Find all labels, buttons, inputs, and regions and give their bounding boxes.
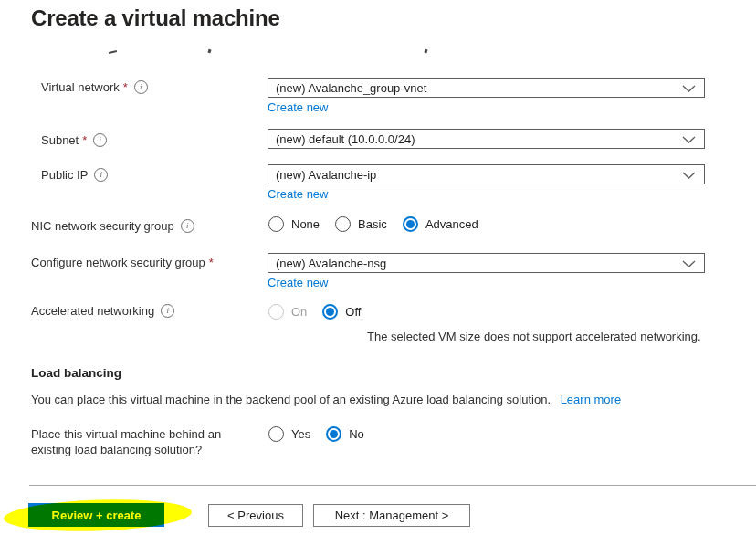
radio-basic-label[interactable]: Basic bbox=[358, 217, 387, 231]
radio-on bbox=[268, 304, 284, 320]
page-title: Create a virtual machine bbox=[31, 5, 280, 31]
subnet-value: (new) default (10.0.0.0/24) bbox=[276, 132, 415, 146]
nic-nsg-radio-group: None Basic Advanced bbox=[268, 216, 494, 232]
public-ip-value: (new) Avalanche-ip bbox=[276, 168, 376, 182]
configure-nsg-value: (new) Avalanche-nsg bbox=[276, 257, 386, 270]
subnet-dropdown[interactable]: (new) default (10.0.0.0/24) bbox=[268, 129, 705, 149]
create-vm-page: Create a virtual machine Virtual network… bbox=[0, 0, 756, 535]
public-ip-label: Public IP bbox=[41, 168, 108, 182]
radio-none-label[interactable]: None bbox=[291, 217, 320, 231]
radio-off-label[interactable]: Off bbox=[345, 305, 361, 319]
radio-off[interactable] bbox=[322, 304, 338, 320]
accelerated-networking-radio-group: On Off bbox=[268, 304, 376, 320]
load-balancing-heading: Load balancing bbox=[31, 366, 121, 380]
nic-nsg-label: NIC network security group bbox=[31, 219, 194, 233]
radio-no-label[interactable]: No bbox=[349, 427, 364, 441]
public-ip-dropdown[interactable]: (new) Avalanche-ip bbox=[268, 164, 705, 184]
required-asterisk: * bbox=[82, 133, 87, 147]
learn-more-link[interactable]: Learn more bbox=[561, 393, 621, 406]
next-management-button[interactable]: Next : Management > bbox=[313, 504, 470, 527]
public-ip-create-new-link[interactable]: Create new bbox=[268, 187, 328, 201]
radio-advanced-label[interactable]: Advanced bbox=[425, 217, 478, 231]
info-icon[interactable] bbox=[94, 168, 108, 182]
clipped-text-fragment bbox=[207, 49, 211, 54]
previous-button[interactable]: < Previous bbox=[208, 504, 303, 527]
configure-nsg-label: Configure network security group * bbox=[31, 256, 214, 269]
clipped-text-fragment bbox=[109, 50, 117, 54]
footer-divider bbox=[29, 485, 756, 486]
load-balancing-question: Place this virtual machine behind an exi… bbox=[31, 426, 221, 457]
info-icon[interactable] bbox=[161, 304, 174, 318]
virtual-network-create-new-link[interactable]: Create new bbox=[268, 100, 328, 114]
radio-advanced[interactable] bbox=[403, 216, 418, 232]
configure-nsg-dropdown[interactable]: (new) Avalanche-nsg bbox=[268, 253, 705, 273]
required-asterisk: * bbox=[123, 80, 128, 94]
review-create-button[interactable]: Review + create bbox=[28, 503, 164, 527]
virtual-network-dropdown[interactable]: (new) Avalanche_group-vnet bbox=[268, 78, 705, 98]
virtual-network-value: (new) Avalanche_group-vnet bbox=[276, 81, 426, 95]
info-icon[interactable] bbox=[134, 80, 148, 94]
load-balancing-description: You can place this virtual machine in th… bbox=[31, 393, 621, 406]
radio-on-label: On bbox=[291, 305, 307, 319]
radio-no[interactable] bbox=[326, 426, 341, 442]
chevron-down-icon bbox=[682, 172, 696, 179]
info-icon[interactable] bbox=[181, 219, 194, 233]
accelerated-networking-label: Accelerated networking bbox=[31, 304, 174, 318]
virtual-network-label: Virtual network * bbox=[41, 80, 148, 94]
chevron-down-icon bbox=[682, 136, 696, 143]
required-asterisk: * bbox=[209, 256, 214, 269]
load-balancing-radio-group: Yes No bbox=[268, 426, 380, 442]
radio-basic[interactable] bbox=[335, 216, 351, 232]
info-icon[interactable] bbox=[93, 133, 107, 147]
chevron-down-icon bbox=[682, 85, 696, 92]
subnet-label: Subnet * bbox=[41, 133, 107, 147]
radio-yes-label[interactable]: Yes bbox=[291, 427, 310, 441]
radio-none[interactable] bbox=[268, 216, 284, 232]
configure-nsg-create-new-link[interactable]: Create new bbox=[268, 276, 328, 289]
accelerated-networking-note: The selected VM size does not support ac… bbox=[367, 330, 701, 343]
clipped-text-fragment bbox=[424, 49, 427, 54]
radio-yes[interactable] bbox=[268, 426, 284, 442]
chevron-down-icon bbox=[682, 260, 696, 268]
